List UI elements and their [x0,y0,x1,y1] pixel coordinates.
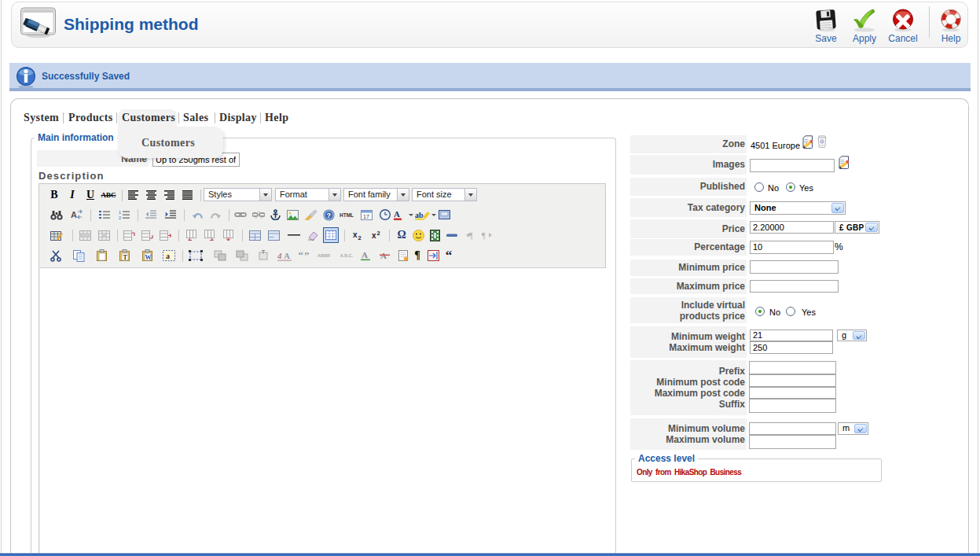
svg-text:ab: ab [415,211,424,219]
svg-text:4: 4 [277,251,282,260]
svg-text:T: T [123,254,127,261]
svg-text:?: ? [326,212,331,219]
svg-text:1: 1 [119,210,121,215]
svg-text:2: 2 [119,215,121,219]
svg-text:¶: ¶ [469,231,473,240]
svg-text:2: 2 [358,234,362,241]
svg-text:A: A [284,251,290,260]
svg-text:x: x [353,230,358,239]
svg-text:A: A [71,210,77,219]
svg-text:17: 17 [363,214,369,219]
svg-text:¶: ¶ [482,231,486,240]
svg-text:A: A [362,250,368,260]
svg-text:W: W [145,254,151,261]
svg-text:2: 2 [377,230,380,237]
svg-text:A: A [394,209,400,219]
svg-text:x: x [372,231,376,240]
svg-text:a: a [166,252,170,260]
